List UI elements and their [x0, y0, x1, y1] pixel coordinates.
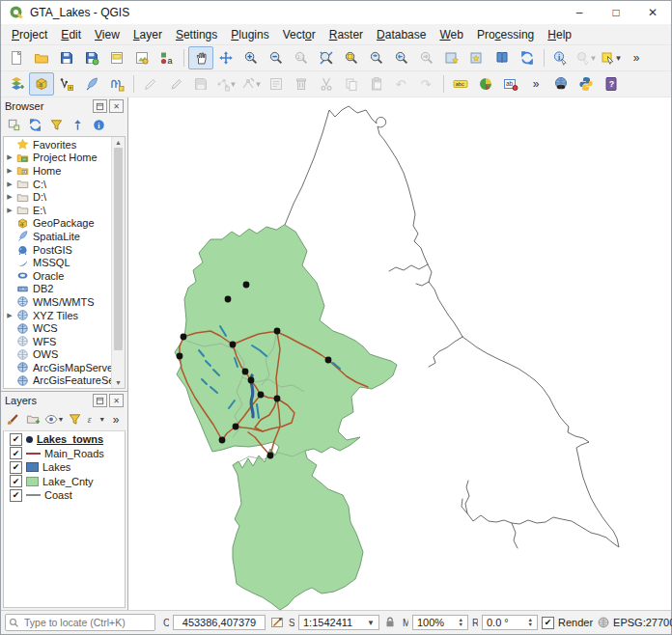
toolbar-overflow-icon[interactable]: »: [106, 410, 126, 428]
browser-item-oracle[interactable]: Oracle: [4, 269, 111, 283]
zoom-to-selection-icon[interactable]: [339, 46, 364, 69]
map-canvas[interactable]: [128, 97, 671, 610]
new-spatialite-layer-icon[interactable]: [79, 72, 104, 96]
python-console-icon[interactable]: [574, 72, 599, 96]
layer-label-options-icon[interactable]: ab: [498, 72, 523, 96]
layer-visibility-checkbox[interactable]: ✔: [10, 475, 22, 487]
expand-arrow-icon[interactable]: ▶: [6, 207, 14, 214]
refresh-browser-icon[interactable]: [25, 116, 45, 134]
scrollbar-thumb[interactable]: [114, 148, 123, 350]
new-virtual-layer-icon[interactable]: [104, 72, 129, 96]
save-project-icon[interactable]: [54, 46, 79, 69]
menu-settings[interactable]: Settings: [169, 26, 224, 43]
menu-vector[interactable]: Vector: [276, 26, 322, 43]
browser-item-e-[interactable]: ▶E:\: [4, 204, 111, 217]
browser-item-mssql[interactable]: MSSQL: [4, 256, 111, 269]
browser-item-home[interactable]: ▶Home: [4, 164, 111, 178]
layers-close-button[interactable]: ✕: [109, 394, 124, 407]
browser-close-button[interactable]: ✕: [109, 99, 124, 113]
browser-item-wfs[interactable]: WFS: [4, 335, 111, 348]
collapse-all-icon[interactable]: [68, 116, 88, 134]
identify-features-icon[interactable]: i: [548, 46, 574, 69]
refresh-map-icon[interactable]: [515, 46, 540, 69]
menu-raster[interactable]: Raster: [322, 26, 370, 43]
save-project-as-icon[interactable]: [79, 46, 104, 69]
browser-item-c-[interactable]: ▶C:\: [4, 178, 111, 191]
add-group-icon[interactable]: [24, 410, 43, 428]
manage-map-themes-icon[interactable]: ▼: [44, 410, 65, 428]
open-layer-styling-icon[interactable]: [4, 410, 23, 428]
menu-view[interactable]: View: [88, 26, 126, 43]
layer-item-lakes[interactable]: ✔Lakes: [4, 460, 125, 475]
layer-item-coast[interactable]: ✔Coast: [4, 488, 125, 503]
browser-float-button[interactable]: [93, 99, 107, 113]
filter-browser-icon[interactable]: [46, 116, 67, 134]
add-selected-layers-icon[interactable]: [4, 116, 24, 134]
spinner-icon[interactable]: ▲▼: [459, 618, 463, 627]
zoom-full-icon[interactable]: [314, 46, 339, 69]
zoom-out-icon[interactable]: [264, 46, 289, 69]
browser-item-wms-wmts[interactable]: WMS/WMTS: [4, 295, 111, 309]
locator-input[interactable]: [22, 616, 142, 629]
menu-edit[interactable]: Edit: [54, 26, 88, 43]
show-spatial-bookmarks-icon[interactable]: [464, 46, 490, 69]
new-print-layout-icon[interactable]: [104, 46, 129, 69]
pan-map-icon[interactable]: [188, 46, 213, 69]
layer-visibility-checkbox[interactable]: ✔: [10, 489, 22, 502]
pan-to-selection-icon[interactable]: [213, 46, 238, 69]
scroll-down-icon[interactable]: ▼: [115, 377, 122, 388]
lock-scale-icon[interactable]: [383, 615, 399, 630]
layer-item-lake_cnty[interactable]: ✔Lake_Cnty: [4, 475, 125, 489]
expand-arrow-icon[interactable]: ▶: [6, 153, 14, 161]
browser-item-wcs[interactable]: WCS: [4, 321, 111, 335]
layer-item-main_roads[interactable]: ✔Main_Roads: [4, 447, 125, 461]
menu-web[interactable]: Web: [433, 26, 469, 43]
crs-status[interactable]: EPSG:27700: [597, 616, 672, 629]
expand-arrow-icon[interactable]: ▶: [6, 193, 14, 201]
menu-help[interactable]: Help: [541, 26, 578, 43]
toggle-extents-icon[interactable]: [269, 615, 285, 630]
style-manager-icon[interactable]: a: [154, 46, 180, 69]
layer-visibility-checkbox[interactable]: ✔: [10, 461, 22, 474]
layer-visibility-checkbox[interactable]: ✔: [10, 447, 22, 459]
open-data-source-manager-icon[interactable]: [4, 72, 29, 96]
layer-visibility-checkbox[interactable]: ✔: [10, 433, 22, 446]
menu-plugins[interactable]: Plugins: [224, 26, 275, 43]
browser-item-spatialite[interactable]: SpatiaLite: [4, 230, 111, 243]
new-spatial-bookmark-icon[interactable]: [439, 46, 464, 69]
render-checkbox[interactable]: ✔: [542, 617, 554, 629]
menu-project[interactable]: Project: [5, 26, 54, 43]
layer-item-lakes_towns[interactable]: ✔Lakes_towns: [4, 432, 125, 447]
filter-by-expression-icon[interactable]: ε▼: [85, 410, 105, 428]
browser-item-ows[interactable]: OWS: [4, 348, 111, 362]
new-project-icon[interactable]: [4, 46, 29, 69]
browser-item-d-[interactable]: ▶D:\: [4, 190, 111, 204]
browser-item-arcgismapserver[interactable]: ArcGisMapServer: [4, 361, 111, 374]
show-layout-manager-icon[interactable]: [129, 46, 154, 69]
bookmark-manager-icon[interactable]: [490, 46, 515, 69]
zoom-in-icon[interactable]: [238, 46, 264, 69]
rotation-box[interactable]: 0.0 °▲▼: [482, 615, 538, 630]
browser-item-db2[interactable]: DB2DB2: [4, 283, 111, 296]
browser-item-favorites[interactable]: Favorites: [4, 138, 111, 152]
layer-labeling-icon[interactable]: abc: [448, 72, 473, 96]
metasearch-icon[interactable]: [548, 72, 574, 96]
toolbar-overflow[interactable]: »: [523, 72, 548, 96]
browser-item-xyz-tiles[interactable]: ▶XYZ Tiles: [4, 309, 111, 322]
expand-arrow-icon[interactable]: ▶: [6, 180, 14, 188]
menu-layer[interactable]: Layer: [126, 26, 169, 43]
menu-database[interactable]: Database: [370, 26, 433, 43]
filter-legend-icon[interactable]: [66, 410, 85, 428]
spinner-icon[interactable]: ▲▼: [528, 618, 533, 627]
browser-item-geopackage[interactable]: dbGeoPackage: [4, 217, 111, 231]
browser-item-project-home[interactable]: ▶Project Home: [4, 152, 111, 165]
minimize-button[interactable]: –: [561, 1, 598, 24]
zoom-last-icon[interactable]: [389, 46, 414, 69]
browser-item-postgis[interactable]: PostGIS: [4, 243, 111, 257]
menu-processing[interactable]: Processing: [470, 26, 541, 43]
expand-arrow-icon[interactable]: ▶: [6, 167, 14, 175]
help-contents-icon[interactable]: ?: [599, 72, 624, 96]
coordinate-box[interactable]: 453386,407379: [173, 615, 266, 630]
new-geopackage-layer-icon[interactable]: db: [29, 72, 54, 96]
select-features-icon[interactable]: ▼: [599, 46, 624, 69]
